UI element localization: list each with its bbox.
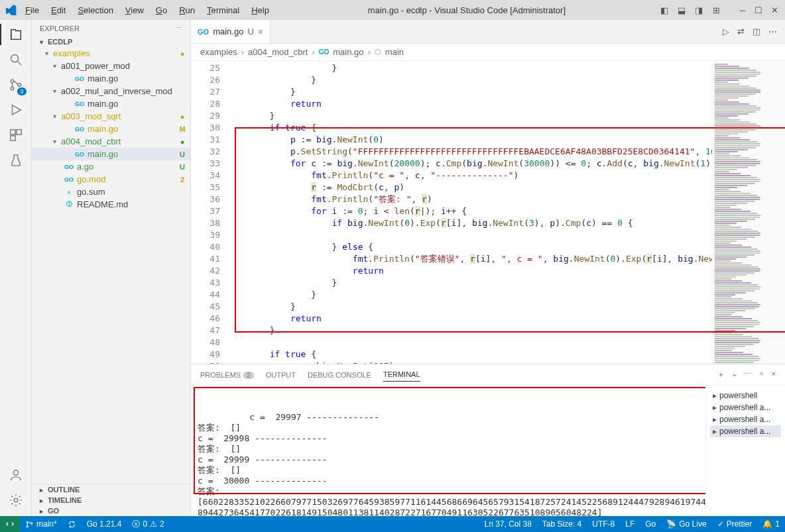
breadcrumb-item[interactable]: examples <box>200 47 237 57</box>
settings-icon[interactable] <box>7 491 25 509</box>
scm-badge: 3 <box>17 87 26 95</box>
terminal-list-item[interactable]: ▸ powershell a... <box>710 401 781 413</box>
tab-close-icon[interactable]: × <box>258 27 263 37</box>
go-live[interactable]: 📡 Go Live <box>661 519 711 529</box>
terminal-list: ▸ powershell▸ powershell a...▸ powershel… <box>705 386 785 516</box>
new-terminal-icon[interactable]: ＋ <box>717 370 725 380</box>
close-button[interactable]: ✕ <box>769 5 780 15</box>
tree-item[interactable]: GOa.goU <box>32 160 190 173</box>
code-content[interactable]: } } } return } if true { p := big.NewInt… <box>228 61 712 364</box>
tree-item[interactable]: ▾a001_power_mod <box>32 60 190 72</box>
extensions-icon[interactable] <box>7 126 25 144</box>
maximize-button[interactable]: ☐ <box>753 5 764 15</box>
menu-file[interactable]: File <box>20 3 44 18</box>
menu-go[interactable]: Go <box>151 3 172 18</box>
tree-item[interactable]: ▾examples● <box>32 47 190 60</box>
tree-item[interactable]: GOmain.goU <box>32 148 190 160</box>
branch-indicator[interactable]: main* <box>20 519 62 529</box>
minimap[interactable] <box>712 61 785 364</box>
svg-point-7 <box>13 470 18 475</box>
tree-item[interactable]: ▾a003_mod_sqrt● <box>32 110 190 123</box>
explorer-more-icon[interactable]: ⋯ <box>175 24 182 32</box>
more-actions-icon[interactable]: ⋯ <box>768 27 777 36</box>
encoding[interactable]: UTF-8 <box>587 519 620 529</box>
status-bar: main* Go 1.21.4 ⓧ 0 ⚠ 2 Ln 37, Col 38 Ta… <box>0 516 785 532</box>
scm-icon[interactable]: 3 <box>7 76 25 94</box>
svg-point-3 <box>18 83 21 87</box>
accounts-icon[interactable] <box>7 466 25 484</box>
explorer-icon[interactable] <box>7 25 25 44</box>
testing-icon[interactable] <box>7 151 25 170</box>
language-mode[interactable]: Go <box>640 519 661 529</box>
toggle-panel-icon[interactable]: ⬓ <box>676 5 687 15</box>
svg-point-2 <box>11 87 14 90</box>
toggle-secondary-icon[interactable]: ◨ <box>694 5 704 15</box>
code-editor[interactable]: 2526272829303132333435363738394041424344… <box>191 61 785 364</box>
go-file-icon: GO <box>319 48 330 56</box>
run-debug-icon[interactable] <box>7 101 25 119</box>
tab-problems[interactable]: PROBLEMS2 <box>200 368 254 382</box>
tab-size[interactable]: Tab Size: 4 <box>537 519 587 529</box>
panel-maximize-icon[interactable]: ＾ <box>758 370 765 380</box>
tree-item[interactable]: ⓘREADME.md <box>32 198 190 211</box>
terminal-list-item[interactable]: ▸ powershell a... <box>710 413 781 425</box>
outline-section[interactable]: ▸OUTLINE <box>32 484 190 495</box>
menu-selection[interactable]: Selection <box>72 3 118 18</box>
tab-main-go[interactable]: GO main.go U × <box>191 20 271 43</box>
svg-rect-5 <box>16 130 21 134</box>
tree-item[interactable]: ▾a004_mod_cbrt● <box>32 135 190 148</box>
minimize-button[interactable]: ─ <box>737 5 748 15</box>
panel-close-icon[interactable]: × <box>772 370 776 380</box>
svg-rect-4 <box>10 130 15 134</box>
problems-indicator[interactable]: ⓧ 0 ⚠ 2 <box>127 519 169 530</box>
tree-item[interactable]: GOmain.go <box>32 97 190 110</box>
terminal-list-item[interactable]: ▸ powershell <box>710 390 781 401</box>
menu-view[interactable]: View <box>120 3 149 18</box>
menu-bar: File Edit Selection View Go Run Terminal… <box>20 3 274 18</box>
tab-output[interactable]: OUTPUT <box>266 368 296 382</box>
split-editor-icon[interactable]: ◫ <box>753 27 760 36</box>
title-bar: File Edit Selection View Go Run Terminal… <box>0 0 785 20</box>
breadcrumb-item[interactable]: a004_mod_cbrt <box>248 47 308 57</box>
terminal[interactable]: c = 29997 -------------- 答案: [] c = 2999… <box>191 386 705 516</box>
svg-rect-6 <box>10 136 15 140</box>
menu-edit[interactable]: Edit <box>46 3 71 18</box>
tree-item[interactable]: GOgo.mod2 <box>32 173 190 186</box>
activity-bar: 3 <box>0 20 32 516</box>
panel-more-icon[interactable]: ⋯ <box>744 370 751 380</box>
workspace-root[interactable]: ▾ECDLP <box>32 36 190 47</box>
notifications[interactable]: 🔔 1 <box>757 519 785 529</box>
menu-run[interactable]: Run <box>174 3 200 18</box>
editor-area: GO main.go U × ▷ ⇄ ◫ ⋯ examples› a004_mo… <box>191 20 785 516</box>
terminal-dropdown-icon[interactable]: ⌄ <box>731 370 737 380</box>
terminal-list-item[interactable]: ▸ powershell a... <box>710 425 781 437</box>
tree-item[interactable]: GOmain.go <box>32 72 190 85</box>
line-gutter: 2526272829303132333435363738394041424344… <box>191 61 228 364</box>
breadcrumbs[interactable]: examples› a004_mod_cbrt› GO main.go› ⬡ m… <box>191 44 785 61</box>
breadcrumb-item[interactable]: main.go <box>333 47 363 57</box>
tab-terminal[interactable]: TERMINAL <box>383 368 420 382</box>
editor-tabs: GO main.go U × ▷ ⇄ ◫ ⋯ <box>191 20 785 44</box>
menu-help[interactable]: Help <box>246 3 274 18</box>
breadcrumb-item[interactable]: main <box>385 47 404 57</box>
svg-point-0 <box>11 55 18 62</box>
toggle-sidebar-icon[interactable]: ◧ <box>659 5 670 15</box>
tab-debug-console[interactable]: DEBUG CONSOLE <box>308 368 371 382</box>
go-version[interactable]: Go 1.21.4 <box>82 519 127 529</box>
menu-terminal[interactable]: Terminal <box>202 3 245 18</box>
cursor-position[interactable]: Ln 37, Col 38 <box>479 519 536 529</box>
tree-item[interactable]: ≡go.sum <box>32 186 190 198</box>
sync-indicator[interactable] <box>62 520 82 529</box>
split-compare-icon[interactable]: ⇄ <box>737 27 745 36</box>
remote-indicator[interactable] <box>0 516 20 532</box>
go-file-icon: GO <box>198 28 209 36</box>
customize-layout-icon[interactable]: ⊞ <box>711 5 721 15</box>
run-icon[interactable]: ▷ <box>723 27 729 36</box>
tree-item[interactable]: GOmain.goM <box>32 123 190 135</box>
search-icon[interactable] <box>7 50 25 69</box>
go-section[interactable]: ▸GO <box>32 505 190 516</box>
timeline-section[interactable]: ▸TIMELINE <box>32 495 190 505</box>
tree-item[interactable]: ▾a002_mul_and_inverse_mod <box>32 85 190 97</box>
prettier[interactable]: ✓ Prettier <box>712 519 758 529</box>
eol[interactable]: LF <box>620 519 640 529</box>
